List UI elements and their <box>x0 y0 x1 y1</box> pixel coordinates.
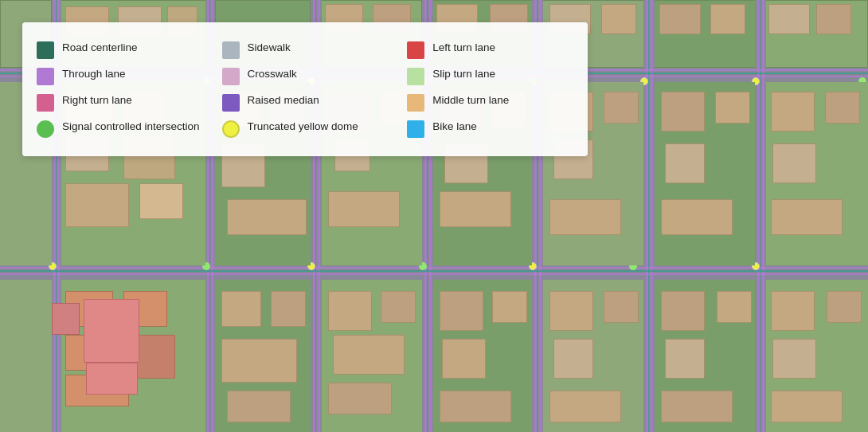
sidewalk-swatch <box>222 41 240 59</box>
left-turn-lane-label: Left turn lane <box>432 41 495 55</box>
legend-item-middle-turn-lane: Middle turn lane <box>407 89 570 116</box>
legend-item-truncated-yellow-dome: Truncated yellow dome <box>222 116 385 142</box>
legend-item-through-lane: Through lane <box>37 63 200 89</box>
crosswalk-swatch <box>222 68 240 85</box>
raised-median-label: Raised median <box>248 93 319 108</box>
legend-grid: Road centerline Sidewalk Left turn lane … <box>37 37 570 142</box>
legend-item-raised-median: Raised median <box>222 89 385 116</box>
legend-item-crosswalk: Crosswalk <box>222 63 385 89</box>
middle-turn-lane-label: Middle turn lane <box>432 93 509 108</box>
sidewalk-label: Sidewalk <box>248 41 291 55</box>
legend-item-bike-lane: Bike lane <box>407 116 570 142</box>
legend-item-slip-turn-lane: Slip turn lane <box>407 63 570 89</box>
truncated-yellow-dome-label: Truncated yellow dome <box>248 120 358 134</box>
map-legend: Road centerline Sidewalk Left turn lane … <box>22 22 588 156</box>
bike-lane-label: Bike lane <box>432 120 477 134</box>
raised-median-swatch <box>222 94 240 112</box>
legend-item-sidewalk: Sidewalk <box>222 37 385 63</box>
road-centerline-label: Road centerline <box>62 41 138 55</box>
slip-turn-lane-label: Slip turn lane <box>432 67 495 81</box>
slip-turn-lane-swatch <box>407 68 424 85</box>
right-turn-lane-label: Right turn lane <box>62 93 132 108</box>
bike-lane-swatch <box>407 120 424 138</box>
left-turn-lane-swatch <box>407 41 424 59</box>
middle-turn-lane-swatch <box>407 94 424 112</box>
legend-item-road-centerline: Road centerline <box>37 37 200 63</box>
crosswalk-label: Crosswalk <box>248 67 297 81</box>
legend-item-signal-controlled: Signal controlled intersection <box>37 116 200 142</box>
through-lane-swatch <box>37 68 54 85</box>
signal-controlled-swatch <box>37 120 54 138</box>
through-lane-label: Through lane <box>62 67 126 81</box>
truncated-yellow-dome-swatch <box>222 120 240 138</box>
signal-controlled-label: Signal controlled intersection <box>62 120 200 134</box>
right-turn-lane-swatch <box>37 94 54 112</box>
legend-item-left-turn-lane: Left turn lane <box>407 37 570 63</box>
legend-item-right-turn-lane: Right turn lane <box>37 89 200 116</box>
road-centerline-swatch <box>37 41 54 59</box>
